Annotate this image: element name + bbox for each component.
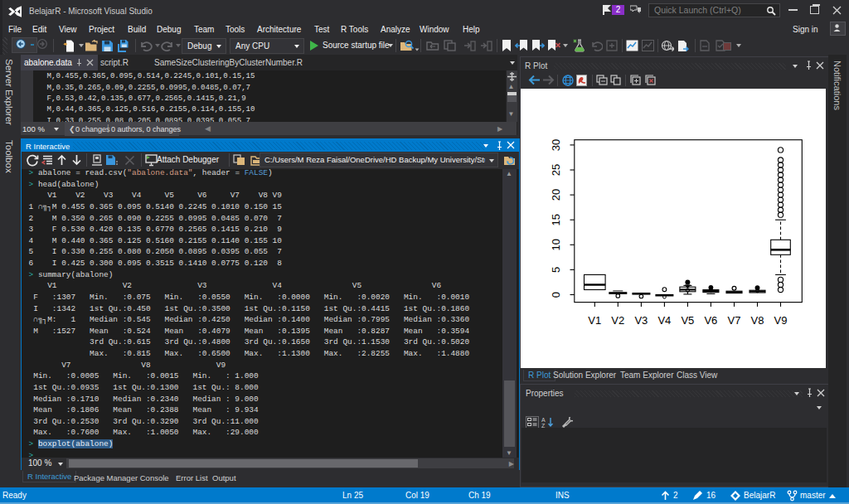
svg-text:V7: V7 bbox=[728, 314, 741, 327]
svg-text:10: 10 bbox=[550, 239, 562, 250]
svg-text:V8: V8 bbox=[751, 314, 764, 327]
svg-text:15: 15 bbox=[550, 214, 562, 225]
svg-text:A: A bbox=[541, 417, 546, 423]
svg-text:V4: V4 bbox=[657, 314, 671, 327]
svg-text:V1: V1 bbox=[588, 314, 601, 327]
svg-text:25: 25 bbox=[550, 164, 562, 176]
svg-text:0: 0 bbox=[550, 292, 562, 298]
svg-text:30: 30 bbox=[550, 139, 562, 151]
svg-text:V3: V3 bbox=[634, 314, 648, 327]
svg-text:V6: V6 bbox=[704, 314, 717, 327]
svg-text:5: 5 bbox=[550, 267, 562, 273]
svg-text:V2: V2 bbox=[611, 314, 624, 327]
svg-text:V9: V9 bbox=[774, 314, 788, 327]
svg-text:V5: V5 bbox=[681, 314, 694, 327]
svg-text:20: 20 bbox=[550, 189, 562, 201]
